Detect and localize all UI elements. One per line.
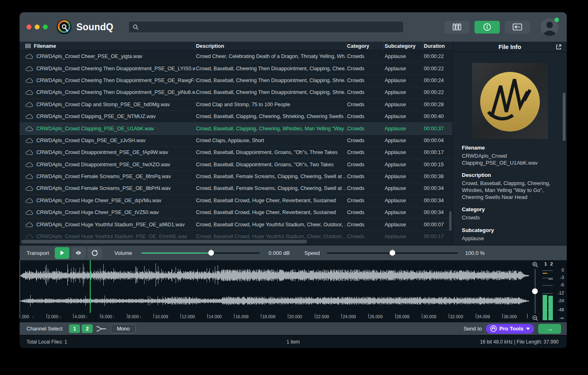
- scrub-icon: [75, 250, 82, 255]
- timeline-minor-tick: [516, 316, 516, 318]
- timeline-major-tick: [100, 314, 100, 318]
- table-row[interactable]: CRWDApls_Crowd Cheer_PSE_OE_yigta.wav Cr…: [20, 51, 452, 62]
- volume-slider[interactable]: [141, 250, 260, 256]
- timeline-minor-tick: [60, 316, 60, 318]
- waveform-display[interactable]: [20, 260, 529, 313]
- timeline-tick-label: 20.000: [289, 314, 302, 319]
- table-row[interactable]: CRWDApls_Crowd Clap and Stomp_PSE_OE_hd0…: [20, 99, 452, 111]
- send-target-dropdown[interactable]: Pro Tools: [486, 324, 534, 334]
- table-vertical-scrollbar-thumb[interactable]: [449, 211, 452, 231]
- side-panel-toggle-button[interactable]: [505, 21, 530, 33]
- channel-merge-icon: [96, 325, 107, 333]
- column-chooser-icon[interactable]: [25, 44, 31, 48]
- play-button[interactable]: [55, 247, 69, 259]
- account-avatar[interactable]: [541, 18, 559, 36]
- file-info-toggle-button[interactable]: [474, 21, 500, 33]
- channel-1-button[interactable]: 1: [69, 324, 80, 333]
- search-input[interactable]: [128, 21, 404, 33]
- table-row[interactable]: CRWDApls_Crowd Cheering Then Disappointm…: [20, 62, 452, 74]
- close-window-button[interactable]: [27, 25, 31, 29]
- library-view-button[interactable]: [444, 21, 470, 33]
- mono-button[interactable]: Mono: [111, 324, 136, 333]
- cloud-icon: [25, 54, 33, 59]
- cloud-icon: [25, 234, 33, 239]
- loop-button[interactable]: [87, 247, 102, 259]
- play-icon: [59, 250, 65, 256]
- speed-slider[interactable]: [327, 250, 458, 256]
- maximize-window-button[interactable]: [43, 25, 48, 29]
- zoom-out-icon[interactable]: [532, 315, 538, 321]
- row-duration: 00:00:34: [423, 210, 452, 215]
- cloud-icon: [25, 174, 33, 179]
- row-category: Crowds: [346, 114, 384, 119]
- volume-slider-knob[interactable]: [208, 250, 214, 256]
- row-subcategory: Applause: [384, 78, 423, 83]
- cloud-icon: [25, 66, 33, 71]
- row-category: Crowds: [346, 126, 384, 132]
- panel-collapse-icon: [512, 23, 522, 31]
- send-button[interactable]: →: [538, 324, 561, 334]
- row-filename: CRWDApls_Crowd Clapping_PSE_OE_NTMUZ.wav: [36, 114, 156, 119]
- row-filename: CRWDApls_Crowd Huge Cheer_PSE_OE_tVZ50.w…: [36, 210, 159, 215]
- channel-2-button[interactable]: 2: [82, 324, 93, 333]
- timeline-major-tick: [127, 314, 127, 318]
- table-row[interactable]: CRWDApls_Crowd Cheering Then Disappointm…: [20, 75, 452, 87]
- col-header-subcategory[interactable]: Subcategory: [384, 42, 423, 50]
- timeline-tick-label: 14.000: [209, 314, 222, 319]
- vertical-zoom-control: [529, 260, 541, 322]
- cloud-icon: [25, 138, 33, 143]
- timeline-ruler[interactable]: .0002.0004.0006.0008.00010.00012.00014.0…: [20, 313, 529, 322]
- table-row[interactable]: CRWDApls_Crowd Huge Cheer_PSE_OE_dqVMu.w…: [20, 195, 452, 207]
- table-row[interactable]: CRWDApls_Crowd Huge Youthful Stadium_PSE…: [20, 219, 452, 230]
- table-row[interactable]: CRWDApls_Crowd Clapping_PSE_OE_U1AbK.wav…: [20, 123, 452, 134]
- timeline-major-tick: [261, 314, 261, 318]
- row-duration: 00:00:37: [423, 126, 452, 132]
- row-description: Crowd Cheer, Celebrating Death of a Drag…: [195, 54, 346, 59]
- table-row[interactable]: CRWDApls_Crowd Clapping_PSE_OE_NTMUZ.wav…: [20, 111, 452, 123]
- table-row[interactable]: CRWDApls_Crowd Claps_PSE_OE_zJvSH.wav Cr…: [20, 135, 452, 147]
- cloud-icon: [25, 150, 33, 155]
- table-row[interactable]: CRWDApls_Crowd Female Screams_PSE_OE_8bP…: [20, 183, 452, 194]
- table-row[interactable]: CRWDApls_Crowd Huge Cheer_PSE_OE_tVZ50.w…: [20, 207, 452, 219]
- meter-tick-label: -24: [558, 299, 564, 304]
- timeline-tick-label: 2.000: [48, 314, 58, 319]
- table-row[interactable]: CRWDApls_Crowd Disappointment_PSE_OE_fAp…: [20, 147, 452, 158]
- library-columns-icon: [452, 23, 461, 31]
- external-link-icon[interactable]: [555, 44, 562, 50]
- content-area: Filename Description Category Subcategor…: [20, 42, 567, 245]
- scrub-button[interactable]: [71, 247, 86, 259]
- timeline-tick-label: 4.000: [74, 314, 85, 319]
- table-row[interactable]: CRWDApls_Crowd Huge Youthful Stadium_PSE…: [20, 231, 452, 239]
- meter-tick-line: [542, 270, 553, 271]
- col-header-duration[interactable]: Duration: [423, 42, 452, 50]
- artwork-image: [472, 63, 548, 139]
- table-row[interactable]: CRWDApls_Crowd Disappointment_PSE_OE_hwX…: [20, 159, 452, 171]
- file-info-scrollbar-thumb[interactable]: [563, 93, 566, 141]
- row-category: Crowds: [346, 162, 384, 167]
- cloud-icon: [25, 198, 33, 203]
- playhead-cursor[interactable]: [90, 260, 91, 313]
- row-duration: 00:00:15: [423, 162, 452, 167]
- table-row[interactable]: CRWDApls_Crowd Female Screams_PSE_OE_6fm…: [20, 171, 452, 183]
- horizontal-scrollbar-thumb[interactable]: [21, 240, 307, 243]
- row-subcategory: Applause: [384, 138, 423, 143]
- minimize-window-button[interactable]: [35, 25, 40, 29]
- col-header-category[interactable]: Category: [346, 42, 384, 50]
- zoom-in-icon[interactable]: [532, 261, 538, 268]
- table-row[interactable]: CRWDApls_Crowd Cheering Then Disappointm…: [20, 87, 452, 98]
- cloud-icon: [25, 222, 33, 228]
- row-category: Crowds: [346, 102, 384, 107]
- col-header-filename[interactable]: Filename: [34, 43, 56, 49]
- meter-bar-channel-2: [548, 296, 553, 320]
- row-category: Crowds: [346, 185, 384, 191]
- row-subcategory: Applause: [384, 126, 423, 132]
- timeline-major-tick: [180, 314, 181, 318]
- horizontal-scrollbar[interactable]: [20, 239, 452, 245]
- row-subcategory: Applause: [384, 54, 423, 59]
- row-subcategory: Applause: [384, 150, 423, 155]
- speed-slider-knob[interactable]: [390, 250, 395, 256]
- col-header-description[interactable]: Description: [195, 42, 346, 50]
- zoom-slider-knob[interactable]: [532, 288, 538, 294]
- file-info-field: FilenameCRWDApls_Crowd Clapping_PSE_OE_U…: [462, 145, 558, 166]
- zoom-slider[interactable]: [535, 269, 536, 314]
